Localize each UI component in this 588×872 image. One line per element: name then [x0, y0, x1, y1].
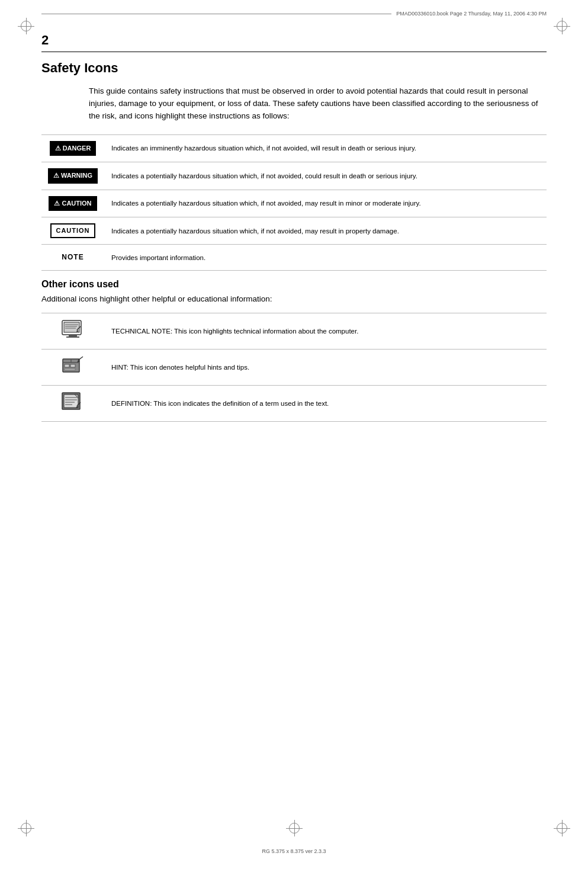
definition-description: DEFINITION: This icon indicates the defi…: [107, 386, 547, 422]
svg-rect-13: [70, 364, 75, 367]
icon-cell-caution-triangle: ⚠ CAUTION: [41, 190, 107, 217]
tech-note-icon-cell: [41, 313, 107, 350]
table-row: HINT: This icon denotes helpful hints an…: [41, 350, 547, 386]
crosshair-bottom-left: [18, 820, 34, 836]
table-row: ⚠ CAUTION Indicates a potentially hazard…: [41, 190, 547, 217]
danger-badge: ⚠ DANGER: [50, 141, 97, 156]
other-icons-intro: Additional icons highlight other helpful…: [41, 293, 547, 306]
crosshair-bottom-right: [554, 820, 570, 836]
caution-plain-badge: CAUTION: [50, 223, 95, 238]
svg-rect-14: [65, 368, 75, 370]
note-description: Provides important information.: [107, 245, 547, 271]
warning-description: Indicates a potentially hazardous situat…: [107, 162, 547, 190]
tech-note-description: TECHNICAL NOTE: This icon highlights tec…: [107, 313, 547, 350]
note-badge: NOTE: [57, 251, 88, 264]
page-number: 2: [41, 33, 547, 48]
table-row: NOTE Provides important information.: [41, 245, 547, 271]
safety-icons-table: ⚠ DANGER Indicates an imminently hazardo…: [41, 134, 547, 271]
table-row: DEFINITION: This icon indicates the defi…: [41, 386, 547, 422]
definition-icon-cell: [41, 386, 107, 422]
caution-triangle-icon: ⚠: [54, 199, 60, 208]
top-rule: [41, 52, 547, 52]
hint-description: HINT: This icon denotes helpful hints an…: [107, 350, 547, 386]
hint-icon-cell: [41, 350, 107, 386]
section-title: Safety Icons: [41, 60, 547, 76]
caution-triangle-label: CAUTION: [62, 199, 91, 208]
crosshair-top-right: [554, 18, 570, 34]
note-label: NOTE: [62, 252, 83, 262]
svg-rect-3: [66, 336, 79, 338]
icon-cell-caution-plain: CAUTION: [41, 217, 107, 244]
page-container: PMAD00336010.book Page 2 Thursday, May 1…: [0, 0, 588, 872]
bottom-footer: RG 5.375 x 8.375 ver 2.3.3: [41, 848, 547, 854]
warning-label: WARNING: [61, 171, 92, 180]
hint-icon: [60, 355, 85, 377]
icon-cell-note: NOTE: [41, 245, 107, 271]
intro-paragraph: This guide contains safety instructions …: [89, 85, 547, 123]
danger-triangle-icon: ⚠: [55, 144, 61, 153]
table-row: CAUTION Indicates a potentially hazardou…: [41, 217, 547, 244]
top-meta: PMAD00336010.book Page 2 Thursday, May 1…: [41, 11, 547, 17]
definition-icon: [60, 392, 85, 413]
caution-triangle-badge: ⚠ CAUTION: [49, 196, 97, 211]
icon-cell-warning: ⚠ WARNING: [41, 162, 107, 190]
other-icons-table: TECHNICAL NOTE: This icon highlights tec…: [41, 313, 547, 422]
caution-plain-label: CAUTION: [56, 226, 89, 235]
danger-description: Indicates an imminently hazardous situat…: [107, 134, 547, 162]
crosshair-top-left: [18, 18, 34, 34]
table-row: TECHNICAL NOTE: This icon highlights tec…: [41, 313, 547, 350]
svg-line-15: [78, 357, 83, 360]
svg-rect-12: [65, 364, 69, 367]
table-row: ⚠ WARNING Indicates a potentially hazard…: [41, 162, 547, 190]
warning-badge: ⚠ WARNING: [48, 168, 98, 183]
table-row: ⚠ DANGER Indicates an imminently hazardo…: [41, 134, 547, 162]
technical-note-icon: [60, 319, 85, 341]
top-meta-text: PMAD00336010.book Page 2 Thursday, May 1…: [396, 11, 547, 17]
danger-label: DANGER: [63, 144, 91, 153]
icon-cell-danger: ⚠ DANGER: [41, 134, 107, 162]
warning-triangle-icon: ⚠: [53, 171, 59, 180]
caution-plain-description: Indicates a potentially hazardous situat…: [107, 217, 547, 244]
svg-rect-2: [69, 335, 77, 336]
caution-triangle-description: Indicates a potentially hazardous situat…: [107, 190, 547, 217]
other-icons-title: Other icons used: [41, 279, 547, 290]
main-content: 2 Safety Icons This guide contains safet…: [41, 33, 547, 825]
svg-rect-18: [64, 395, 78, 408]
